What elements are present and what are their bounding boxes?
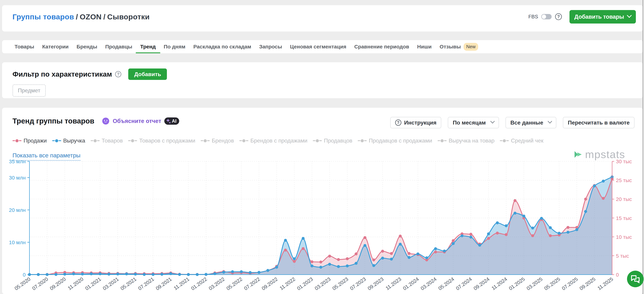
series-point-Продажи[interactable] [302,247,305,250]
series-point-Выручка[interactable] [469,236,472,239]
series-point-Выручка[interactable] [364,244,366,247]
tab-Запросы[interactable]: Запросы [259,40,282,53]
series-point-Выручка[interactable] [566,231,570,234]
series-point-Выручка[interactable] [116,273,119,276]
period-select[interactable]: По месяцам [448,117,499,128]
series-point-Выручка[interactable] [461,234,464,237]
series-point-Продажи[interactable] [531,234,534,237]
series-point-Выручка[interactable] [575,228,578,231]
legend-item[interactable]: Средний чек [500,138,543,144]
tab-Сравнение периодов[interactable]: Сравнение периодов [354,40,409,53]
series-point-Выручка[interactable] [416,253,420,255]
series-point-Продажи[interactable] [354,252,358,255]
tab-Раскладка по складам[interactable]: Раскладка по складам [194,40,251,53]
series-point-Выручка[interactable] [320,266,322,269]
series-point-Выручка[interactable] [487,232,490,235]
series-point-Продажи[interactable] [549,234,552,237]
series-point-Выручка[interactable] [134,273,137,276]
series-point-Выручка[interactable] [514,212,516,215]
data-range-select[interactable]: Все данные [506,117,556,128]
tab-Отзывы[interactable]: ОтзывыNew [440,40,478,53]
series-point-Выручка[interactable] [540,217,543,220]
series-point-Выручка[interactable] [293,257,296,260]
series-point-Выручка[interactable] [258,271,260,274]
tab-Товары[interactable]: Товары [14,40,34,53]
series-point-Выручка[interactable] [346,265,349,267]
series-point-Продажи[interactable] [293,260,296,263]
explain-report-link[interactable]: Объясните отчет [113,118,161,124]
legend-item[interactable]: Товаров с продажами [128,138,195,144]
series-point-Выручка[interactable] [549,226,552,229]
filter-add-button[interactable]: Добавить [128,68,167,80]
legend-item[interactable]: Товаров [91,138,123,144]
chat-fab-button[interactable] [627,271,644,287]
series-point-Продажи[interactable] [399,235,402,238]
series-point-Выручка[interactable] [452,242,455,245]
tab-Ниши[interactable]: Ниши [417,40,432,53]
series-point-Продажи[interactable] [320,261,322,263]
series-point-Продажи[interactable] [408,252,410,255]
series-point-Выручка[interactable] [222,271,225,274]
series-point-Продажи[interactable] [514,199,516,202]
series-point-Выручка[interactable] [602,180,605,183]
series-point-Продажи[interactable] [346,257,349,260]
tab-Категории[interactable]: Категории [42,40,68,53]
tab-Ценовая сегментация[interactable]: Ценовая сегментация [290,40,346,53]
series-point-Выручка[interactable] [125,272,128,275]
fbs-help-icon[interactable]: ? [555,13,562,20]
series-point-Выручка[interactable] [63,273,66,276]
series-point-Выручка[interactable] [328,263,331,266]
series-point-Выручка[interactable] [275,266,278,269]
series-point-Выручка[interactable] [531,227,534,230]
series-point-Выручка[interactable] [337,265,340,268]
fbs-toggle[interactable] [541,14,552,19]
series-point-Продажи[interactable] [487,237,490,240]
series-point-Продажи[interactable] [381,250,384,253]
series-point-Продажи[interactable] [310,260,314,263]
series-point-Выручка[interactable] [593,184,596,187]
series-point-Выручка[interactable] [372,264,375,267]
series-point-Выручка[interactable] [399,243,402,246]
series-point-Продажи[interactable] [496,232,499,235]
legend-item[interactable]: Продажи [12,138,47,144]
series-point-Продажи[interactable] [434,251,437,254]
legend-item[interactable]: Продавцов с продажами [358,138,432,144]
series-point-Выручка[interactable] [478,244,481,247]
series-point-Выручка[interactable] [381,257,384,260]
series-point-Выручка[interactable] [434,247,437,250]
series-point-Продажи[interactable] [602,197,605,200]
series-point-Выручка[interactable] [584,210,587,213]
series-point-Продажи[interactable] [364,236,366,239]
series-point-Выручка[interactable] [249,271,252,274]
legend-item[interactable]: Брендов с продажами [239,138,308,144]
legend-item[interactable]: Брендов [201,138,234,144]
series-point-Выручка[interactable] [160,273,164,276]
currency-button[interactable]: Пересчитать в валюте [563,117,634,128]
series-point-Выручка[interactable] [443,250,446,253]
series-point-Продажи[interactable] [372,258,375,261]
tab-Тренд[interactable]: Тренд [140,40,156,53]
filter-chip[interactable]: Предмет [12,84,46,97]
series-point-Выручка[interactable] [505,224,508,227]
series-point-Выручка[interactable] [310,265,314,267]
series-point-Продажи[interactable] [337,258,340,261]
series-point-Продажи[interactable] [566,226,570,229]
series-point-Продажи[interactable] [452,239,455,242]
instruction-button[interactable]: ?Инструкция [390,117,442,128]
series-point-Выручка[interactable] [108,273,110,276]
tab-По дням[interactable]: По дням [164,40,186,53]
series-point-Продажи[interactable] [284,249,287,252]
series-point-Выручка[interactable] [231,270,234,273]
series-point-Продажи[interactable] [584,198,587,201]
legend-item[interactable]: Выручка [52,138,85,144]
breadcrumb-item[interactable]: Группы товаров [12,12,74,21]
series-point-Выручка[interactable] [240,270,243,273]
series-point-Выручка[interactable] [81,273,84,276]
series-point-Выручка[interactable] [496,221,499,224]
add-products-button[interactable]: Добавить товары [570,10,636,23]
series-point-Выручка[interactable] [284,239,287,242]
series-point-Продажи[interactable] [390,252,393,255]
series-point-Продажи[interactable] [505,233,508,236]
assistant-face-icon[interactable] [102,118,109,125]
series-point-Выручка[interactable] [354,262,358,265]
